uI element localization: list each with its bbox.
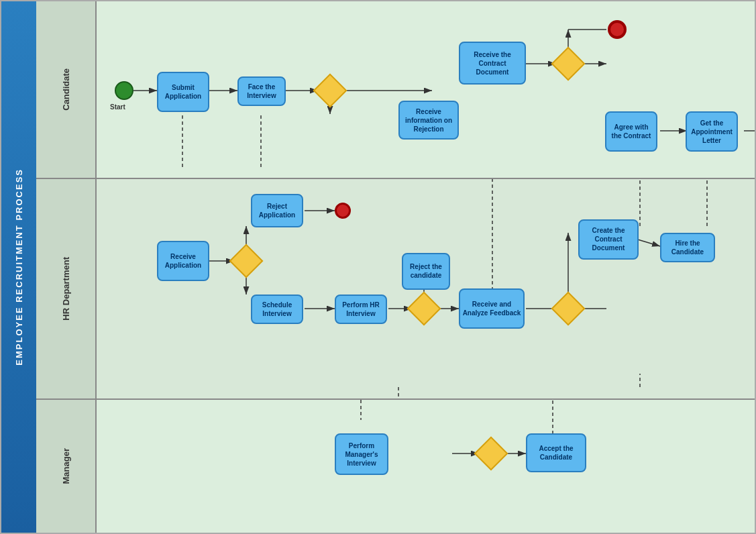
diamond-after-contract bbox=[551, 47, 586, 81]
main-container: EMPLOYEE RECRUITMENT PROCESS Candidate bbox=[0, 0, 756, 534]
schedule-interview-box: Schedule Interview bbox=[251, 295, 303, 324]
hire-candidate-box: Hire the Candidate bbox=[660, 233, 715, 262]
diamond-application bbox=[229, 244, 264, 278]
diamond-after-interview bbox=[313, 74, 347, 108]
agree-contract-box: Agree with the Contract bbox=[605, 111, 657, 152]
end-event-reject-app bbox=[335, 203, 351, 219]
diagram-title: EMPLOYEE RECRUITMENT PROCESS bbox=[14, 168, 24, 366]
candidate-label-container: Candidate bbox=[36, 1, 97, 178]
diamond-manager-accept bbox=[474, 437, 508, 471]
receive-application-box: Receive Application bbox=[157, 241, 209, 281]
diagram-area: Candidate bbox=[36, 1, 755, 533]
manager-lane-content: Perform Manager's Interview Accept the C… bbox=[97, 400, 755, 533]
manager-label-container: Manager bbox=[36, 400, 97, 533]
lane-manager: Manager bbox=[36, 400, 755, 533]
reject-candidate-box: Reject the candidate bbox=[402, 253, 450, 290]
reject-application-box: Reject Application bbox=[251, 194, 303, 227]
end-event-rejection bbox=[608, 20, 627, 39]
create-contract-doc-box: Create the Contract Document bbox=[578, 219, 639, 260]
start-event bbox=[115, 81, 133, 100]
receive-analyze-feedback-box: Receive and Analyze Feedback bbox=[459, 288, 525, 329]
candidate-label: Candidate bbox=[61, 68, 71, 111]
submit-application-box: Submit Application bbox=[157, 72, 209, 112]
hr-lane-content: Receive Application Reject Application S… bbox=[97, 179, 755, 399]
receive-info-rejection-box: Receive information on Rejection bbox=[398, 101, 459, 140]
manager-label: Manager bbox=[61, 448, 71, 484]
accept-candidate-box: Accept the Candidate bbox=[526, 433, 586, 472]
receive-contract-doc-box: Receive the Contract Document bbox=[459, 42, 526, 85]
get-appointment-box: Get the Appointment Letter bbox=[686, 111, 738, 152]
manager-arrows bbox=[97, 400, 755, 533]
perform-manager-interview-box: Perform Manager's Interview bbox=[335, 433, 388, 475]
perform-hr-interview-box: Perform HR Interview bbox=[335, 295, 387, 324]
hr-label-container: HR Department bbox=[36, 179, 97, 399]
hr-label: HR Department bbox=[61, 257, 71, 321]
face-interview-box: Face the Interview bbox=[237, 76, 286, 106]
candidate-lane-content: Start Submit Application Face the Interv… bbox=[97, 1, 755, 178]
diamond-hr-interview bbox=[407, 291, 441, 325]
diamond-manager-decision bbox=[551, 291, 586, 325]
left-banner: EMPLOYEE RECRUITMENT PROCESS bbox=[1, 1, 36, 533]
lane-candidate: Candidate bbox=[36, 1, 755, 179]
lane-hr: HR Department bbox=[36, 179, 755, 400]
start-label: Start bbox=[110, 103, 125, 111]
